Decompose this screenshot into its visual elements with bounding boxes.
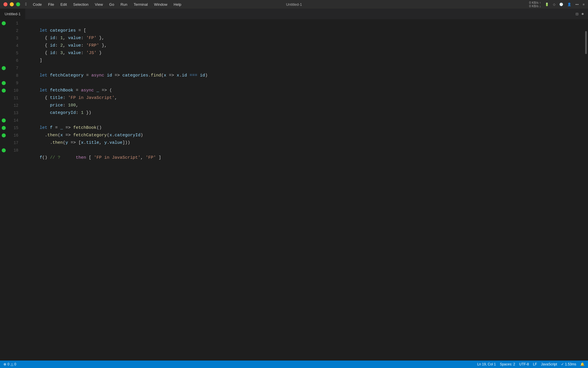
title-bar:  Code File Edit Selection View Go Run T… <box>0 0 588 9</box>
line-num-4: 4 <box>7 42 22 49</box>
bp-4 <box>0 42 7 49</box>
error-count: 0 <box>7 362 9 366</box>
menu-code[interactable]: Code <box>30 2 45 7</box>
more-icon: ••• <box>575 3 579 6</box>
tab-actions: ⊟ ● <box>576 11 588 17</box>
bp-18 <box>0 147 7 154</box>
code-line-3: { id: 2, value: 'FRP' }, <box>24 34 584 42</box>
error-icon: ⊗ <box>3 362 6 366</box>
bp-14 <box>0 117 7 124</box>
menu-window[interactable]: Window <box>151 2 170 7</box>
scrollbar-track[interactable] <box>584 20 588 361</box>
line-num-10: 10 <box>7 87 22 94</box>
menu-selection[interactable]: Selection <box>70 2 91 7</box>
line-num-18: 18 <box>7 147 22 154</box>
line-ending-status[interactable]: LF <box>533 362 537 366</box>
menu-edit[interactable]: Edit <box>57 2 69 7</box>
line-num-14: 14 <box>7 117 22 124</box>
tab-label: Untitled-1 <box>5 12 21 16</box>
code-line-4: { id: 3, value: 'JS' } <box>24 42 584 49</box>
indent-status[interactable]: Spaces: 2 <box>500 362 515 366</box>
status-right: Ln 19, Col 1 Spaces: 2 UTF-8 LF JavaScri… <box>477 362 585 366</box>
minimize-button[interactable] <box>10 2 14 6</box>
bp-13 <box>0 109 7 117</box>
battery-icon: 🔋 <box>545 3 549 6</box>
bp-1 <box>0 20 7 27</box>
code-line-15: .then(x => fetchCategory(x.categoryId) <box>24 124 584 132</box>
dot-icon: ● <box>581 12 584 17</box>
errors-status[interactable]: ⊗ 0 △ 0 <box>3 362 16 366</box>
line-num-5: 5 <box>7 49 22 57</box>
editor-tab[interactable]: Untitled-1 <box>0 9 26 20</box>
warning-count: 0 <box>14 362 16 366</box>
title-bar-left:  Code File Edit Selection View Go Run T… <box>3 2 184 7</box>
bp-8 <box>0 72 7 79</box>
line-num-11: 11 <box>7 94 22 102</box>
code-line-16: .then(y => [x.title, y.value])) <box>24 132 584 139</box>
code-line-1: let categories = [ <box>24 20 584 27</box>
bp-16 <box>0 132 7 139</box>
traffic-lights <box>3 2 20 6</box>
notification-icon[interactable]: 🔔 <box>580 362 585 366</box>
breakpoint-gutter <box>0 20 7 361</box>
cursor-position[interactable]: Ln 19, Col 1 <box>477 362 496 366</box>
user-icon: 👤 <box>567 3 571 6</box>
status-bar: ⊗ 0 △ 0 Ln 19, Col 1 Spaces: 2 UTF-8 LF … <box>0 361 588 368</box>
bp-10 <box>0 87 7 94</box>
line-num-3: 3 <box>7 34 22 42</box>
editor[interactable]: 1 2 3 4 5 6 7 8 9 10 11 12 13 14 15 16 1… <box>0 20 588 361</box>
line-num-2: 2 <box>7 27 22 34</box>
menu-bar:  Code File Edit Selection View Go Run T… <box>25 2 184 7</box>
close-button[interactable] <box>3 2 7 6</box>
bp-12 <box>0 102 7 109</box>
bp-3 <box>0 34 7 42</box>
code-line-11: price: 100, <box>24 94 584 102</box>
line-num-8: 8 <box>7 72 22 79</box>
bp-15 <box>0 124 7 132</box>
title-bar-right: 0 KB/s ↑0 KB/s ↓ 🔋 ◇ 🕐 👤 ••• ≡ <box>529 1 585 8</box>
tab-bar: Untitled-1 ⊟ ● <box>0 9 588 20</box>
code-line-10: { title: 'FP in JavaScript', <box>24 87 584 94</box>
menu-run[interactable]: Run <box>118 2 130 7</box>
code-line-14: let f = _ => fetchBook() <box>24 117 584 124</box>
list-icon: ≡ <box>583 3 585 6</box>
bp-5 <box>0 49 7 57</box>
code-editor[interactable]: let categories = [ { id: 1, value: 'FP' … <box>22 20 584 361</box>
code-line-5: ] <box>24 49 584 57</box>
line-numbers: 1 2 3 4 5 6 7 8 9 10 11 12 13 14 15 16 1… <box>7 20 22 361</box>
encoding-status[interactable]: UTF-8 <box>519 362 529 366</box>
line-num-12: 12 <box>7 102 22 109</box>
apple-logo:  <box>25 2 28 7</box>
clock: 🕐 <box>559 3 563 6</box>
scrollbar-thumb[interactable] <box>585 31 587 54</box>
maximize-button[interactable] <box>16 2 20 6</box>
line-num-9: 9 <box>7 79 22 87</box>
code-line-18: f() // ? then [ 'FP in JavaScript', 'FP'… <box>24 147 584 154</box>
split-editor-icon[interactable]: ⊟ <box>576 11 579 17</box>
bp-2 <box>0 27 7 34</box>
code-line-8 <box>24 72 584 79</box>
line-num-16: 16 <box>7 132 22 139</box>
bp-11 <box>0 94 7 102</box>
code-line-7: let fetchCategory = async id => categori… <box>24 64 584 72</box>
code-line-12: categoryId: 1 }) <box>24 102 584 109</box>
bp-7 <box>0 64 7 72</box>
menu-terminal[interactable]: Terminal <box>131 2 150 7</box>
menu-view[interactable]: View <box>92 2 106 7</box>
language-status[interactable]: JavaScript <box>541 362 557 366</box>
menu-help[interactable]: Help <box>171 2 184 7</box>
line-num-13: 13 <box>7 109 22 117</box>
code-line-2: { id: 1, value: 'FP' }, <box>24 27 584 34</box>
status-left: ⊗ 0 △ 0 <box>3 362 16 366</box>
line-num-17: 17 <box>7 139 22 147</box>
timing-status[interactable]: ✓ 1.53ms <box>561 362 576 366</box>
menu-file[interactable]: File <box>45 2 57 7</box>
line-num-7: 7 <box>7 64 22 72</box>
bp-6 <box>0 57 7 64</box>
bp-9 <box>0 79 7 87</box>
code-line-13 <box>24 109 584 117</box>
menu-go[interactable]: Go <box>106 2 117 7</box>
code-line-9: let fetchBook = async _ => ( <box>24 79 584 87</box>
code-line-17 <box>24 139 584 147</box>
code-line-6 <box>24 57 584 64</box>
